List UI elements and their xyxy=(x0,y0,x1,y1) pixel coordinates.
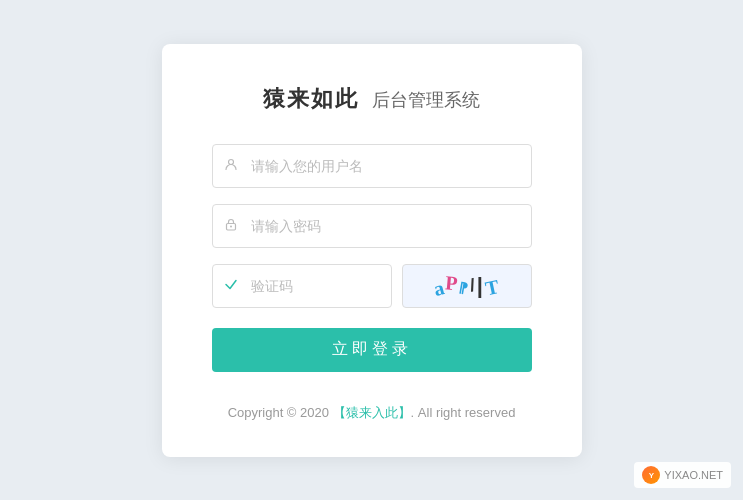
captcha-l6: T xyxy=(483,275,503,301)
password-input-group xyxy=(212,204,532,248)
username-input-group xyxy=(212,144,532,188)
captcha-row: a P ⁋ / | T xyxy=(212,264,532,308)
captcha-canvas: a P ⁋ / | T xyxy=(403,265,531,307)
copyright-brand: 【猿来入此】 xyxy=(333,405,411,420)
subtitle: 后台管理系统 xyxy=(372,90,480,110)
watermark: Y YIXAO.NET xyxy=(634,462,731,488)
brand-name: 猿来如此 xyxy=(263,86,359,111)
logo-area: 猿来如此 后台管理系统 xyxy=(212,84,532,114)
captcha-image[interactable]: a P ⁋ / | T xyxy=(402,264,532,308)
username-input[interactable] xyxy=(212,144,532,188)
watermark-text: YIXAO.NET xyxy=(664,469,723,481)
copyright-text: Copyright © 2020 【猿来入此】. All right reser… xyxy=(212,404,532,422)
watermark-logo: Y xyxy=(642,466,660,484)
login-button[interactable]: 立即登录 xyxy=(212,328,532,372)
login-card: 猿来如此 后台管理系统 xyxy=(162,44,582,457)
captcha-input[interactable] xyxy=(212,264,392,308)
captcha-input-wrap xyxy=(212,264,392,308)
password-input[interactable] xyxy=(212,204,532,248)
captcha-l5: | xyxy=(477,273,485,299)
